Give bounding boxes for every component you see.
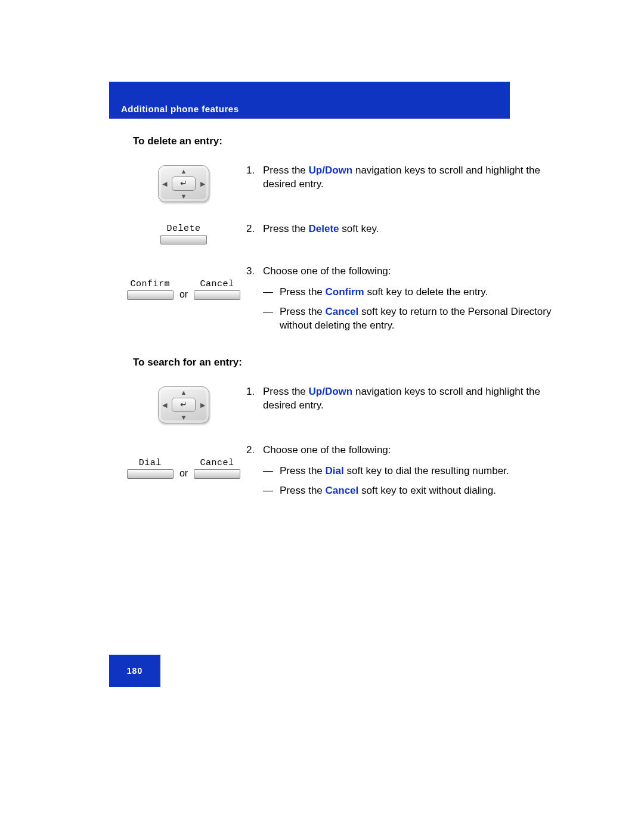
softkey-confirm: Confirm [127, 279, 174, 300]
step: 1. Press the Up/Down navigation keys to … [246, 385, 564, 413]
step-text-pre: Press the [263, 165, 309, 176]
nav-down-icon: ▼ [181, 414, 187, 421]
softkey-delete: Delete [160, 224, 207, 244]
nav-down-icon: ▼ [181, 193, 187, 200]
sub-body: Press the Dial soft key to dial the resu… [280, 465, 564, 478]
sub-body: Press the Confirm soft key to delete the… [280, 286, 564, 299]
document-page: Additional phone features To delete an e… [0, 0, 644, 833]
step-body: Press the Up/Down navigation keys to scr… [263, 164, 564, 191]
step: 1. Press the Up/Down navigation keys to … [246, 164, 564, 191]
section-title-delete: To delete an entry: [133, 135, 564, 147]
step-row: Delete 2. Press the Delete soft key. [121, 222, 564, 244]
sub-text-accent: Confirm [326, 286, 364, 298]
sub-text-accent: Cancel [326, 485, 359, 496]
sub-dash: — [263, 465, 280, 478]
icon-column: Delete [121, 222, 246, 244]
softkey-button-icon [194, 469, 240, 479]
step-row: Confirm or Cancel 3. Choose one of the f… [121, 265, 564, 336]
sub-text-pre: Press the [280, 306, 326, 317]
step-text-pre: Press the [263, 223, 309, 234]
step-text-accent: Up/Down [309, 165, 353, 176]
page-number: 180 [127, 666, 143, 676]
icon-column: ◀ ▶ ▲ ▼ [121, 164, 246, 202]
step: 3. Choose one of the following: [246, 265, 564, 278]
step-text-accent: Delete [309, 223, 339, 234]
page-header-title: Additional phone features [121, 104, 239, 114]
page-number-band: 180 [109, 655, 160, 687]
step-number: 2. [246, 444, 263, 457]
step-body: Choose one of the following: [263, 444, 564, 457]
nav-up-icon: ▲ [181, 168, 187, 175]
step-row: Dial or Cancel 2. Choose one of the foll… [121, 444, 564, 501]
softkey-button-icon [160, 235, 207, 244]
sub-text-accent: Cancel [326, 306, 359, 317]
sub-text-post: soft key to delete the entry. [364, 286, 488, 298]
step-body: Choose one of the following: [263, 265, 564, 278]
sub-dash: — [263, 484, 280, 498]
softkey-pair: Dial or Cancel [127, 458, 240, 479]
text-column: 2. Press the Delete soft key. [246, 222, 564, 243]
page-header-band: Additional phone features [109, 82, 510, 119]
softkey-label: Cancel [200, 279, 234, 289]
softkey-label: Delete [166, 224, 200, 234]
softkey-button-icon [194, 290, 240, 300]
sub-body: Press the Cancel soft key to exit withou… [280, 484, 564, 498]
step-number: 3. [246, 265, 263, 278]
sub-text-post: soft key to exit without dialing. [358, 485, 496, 496]
step-body: Press the Delete soft key. [263, 222, 564, 236]
sub-text-accent: Dial [326, 465, 344, 476]
step-text-accent: Up/Down [309, 386, 353, 397]
nav-left-icon: ◀ [162, 180, 167, 188]
sub-item: — Press the Dial soft key to dial the re… [263, 465, 564, 478]
text-column: 1. Press the Up/Down navigation keys to … [246, 164, 564, 199]
sub-body: Press the Cancel soft key to return to t… [280, 305, 564, 333]
icon-column: Dial or Cancel [121, 444, 246, 479]
step-body: Press the Up/Down navigation keys to scr… [263, 385, 564, 413]
softkey-button-icon [127, 290, 174, 300]
section-title-search: To search for an entry: [133, 357, 564, 368]
nav-left-icon: ◀ [162, 401, 167, 408]
nav-up-icon: ▲ [181, 389, 187, 396]
or-label: or [179, 468, 188, 479]
sub-item: — Press the Cancel soft key to return to… [263, 305, 564, 333]
icon-column: Confirm or Cancel [121, 265, 246, 300]
sub-dash: — [263, 305, 280, 333]
softkey-button-icon [127, 469, 174, 479]
softkey-dial: Dial [127, 458, 174, 479]
step-text-post: soft key. [339, 223, 379, 234]
step: 2. Press the Delete soft key. [246, 222, 564, 236]
sub-text-pre: Press the [280, 286, 326, 298]
step-row: ◀ ▶ ▲ ▼ 1. Press the Up/Down navigation … [121, 164, 564, 202]
text-column: 3. Choose one of the following: — Press … [246, 265, 564, 336]
step-text-pre: Press the [263, 386, 309, 397]
icon-column: ◀ ▶ ▲ ▼ [121, 385, 246, 423]
text-column: 2. Choose one of the following: — Press … [246, 444, 564, 501]
text-column: 1. Press the Up/Down navigation keys to … [246, 385, 564, 420]
nav-right-icon: ▶ [200, 401, 205, 408]
softkey-cancel: Cancel [194, 458, 240, 479]
step-number: 2. [246, 222, 263, 236]
softkey-cancel: Cancel [194, 279, 240, 300]
nav-right-icon: ▶ [200, 180, 205, 188]
sub-dash: — [263, 286, 280, 299]
navigation-pad-icon: ◀ ▶ ▲ ▼ [158, 386, 209, 423]
or-label: or [179, 289, 188, 300]
step: 2. Choose one of the following: [246, 444, 564, 457]
step-number: 1. [246, 385, 263, 413]
softkey-label: Dial [139, 458, 162, 468]
step-number: 1. [246, 164, 263, 191]
navigation-pad-icon: ◀ ▶ ▲ ▼ [158, 165, 209, 202]
step-text-pre: Choose one of the following: [263, 444, 391, 456]
sub-text-pre: Press the [280, 465, 326, 476]
sub-text-post: soft key to dial the resulting number. [344, 465, 509, 476]
sub-item: — Press the Cancel soft key to exit with… [263, 484, 564, 498]
step-text-pre: Choose one of the following: [263, 265, 391, 277]
softkey-label: Cancel [200, 458, 234, 468]
sub-text-pre: Press the [280, 485, 326, 496]
sub-item: — Press the Confirm soft key to delete t… [263, 286, 564, 299]
softkey-pair: Confirm or Cancel [127, 279, 240, 300]
step-row: ◀ ▶ ▲ ▼ 1. Press the Up/Down navigation … [121, 385, 564, 423]
softkey-label: Confirm [131, 279, 171, 289]
